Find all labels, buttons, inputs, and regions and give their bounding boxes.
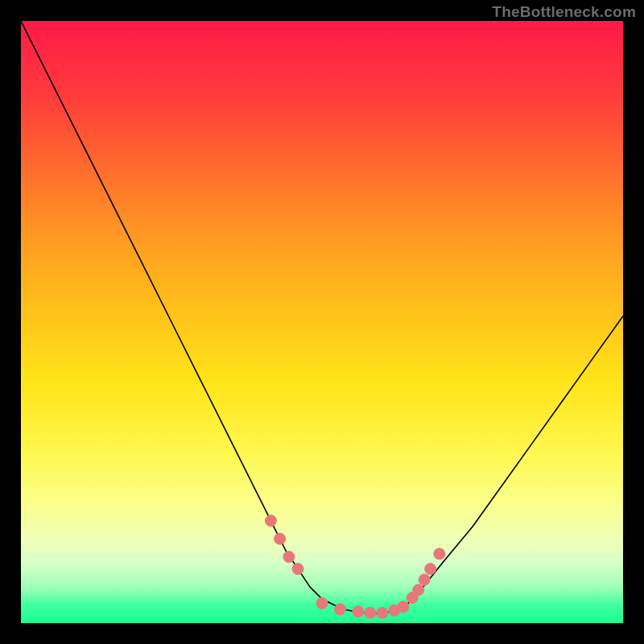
watermark-text: TheBottleneck.com — [492, 3, 636, 21]
highlight-dot — [334, 604, 345, 615]
highlight-dot — [425, 564, 436, 575]
highlight-dot — [434, 548, 445, 559]
highlight-dot — [398, 601, 409, 613]
highlight-dot — [377, 607, 388, 618]
chart-stage: TheBottleneck.com — [0, 0, 644, 644]
highlight-dot — [275, 533, 286, 544]
highlight-dot — [283, 551, 295, 563]
chart-plot-area — [21, 21, 623, 623]
chart-svg — [21, 21, 623, 623]
highlight-dot — [316, 597, 328, 609]
highlight-dots-group — [265, 515, 444, 618]
highlight-dot — [353, 606, 364, 617]
highlight-dot — [292, 564, 303, 575]
highlight-dot — [365, 607, 376, 618]
highlight-dot — [265, 515, 276, 526]
highlight-dot — [413, 584, 424, 596]
highlight-dot — [419, 574, 430, 585]
bottleneck-curve — [21, 21, 623, 613]
